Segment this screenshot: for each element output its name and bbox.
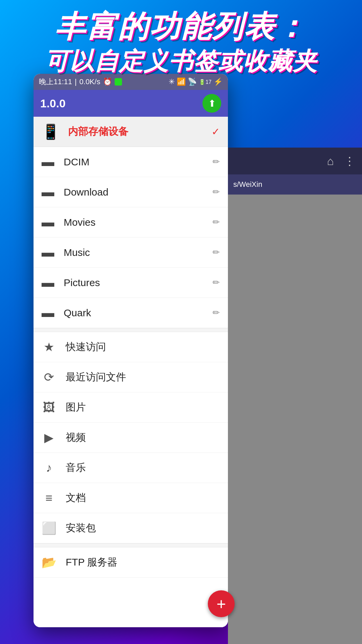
phone-frame: 晚上11:11 | 0.0K/s ⏰ ✳ 📶 📡 🔋17 ⚡ 1.0.0 ⬆ 📱…: [34, 74, 228, 627]
alarm-icon: ⏰: [103, 77, 112, 86]
storage-phone-icon: 📱: [42, 123, 60, 141]
folder-name-quark: Quark: [64, 307, 213, 319]
folder-icon: ▬: [42, 155, 54, 169]
folder-name-dcim: DCIM: [64, 156, 213, 168]
section-divider: [34, 328, 228, 332]
folder-name-music: Music: [64, 247, 213, 258]
ftp-icon: 📂: [42, 555, 56, 570]
more-icon[interactable]: ⋮: [344, 154, 355, 168]
folder-item-music[interactable]: ▬ Music ✏: [34, 237, 228, 268]
package-icon: ⬜: [42, 521, 56, 535]
menu-label-quickaccess: 快速访问: [66, 340, 106, 354]
folder-item-quark[interactable]: ▬ Quark ✏: [34, 298, 228, 328]
right-panel: ⌂ ⋮ s/WeiXin: [228, 148, 362, 644]
folder-icon: ▬: [42, 245, 54, 260]
menu-item-apk[interactable]: ⬜ 安装包: [34, 513, 228, 543]
home-icon[interactable]: ⌂: [327, 155, 334, 168]
star-icon: ★: [42, 340, 56, 354]
menu-item-quickaccess[interactable]: ★ 快速访问: [34, 332, 228, 362]
status-bar: 晚上11:11 | 0.0K/s ⏰ ✳ 📶 📡 🔋17 ⚡: [34, 74, 228, 90]
storage-item[interactable]: 📱 内部存储设备 ✓: [34, 117, 228, 147]
folder-section: ▬ DCIM ✏ ▬ Download ✏ ▬ Movies ✏ ▬ Music…: [34, 147, 228, 328]
battery-icon: 🔋17: [199, 79, 212, 85]
folder-item-download[interactable]: ▬ Download ✏: [34, 177, 228, 207]
banner-title: 丰富的功能列表：: [0, 10, 362, 43]
bluetooth-icon: ✳: [169, 77, 175, 86]
storage-label: 内部存储设备: [68, 125, 212, 139]
video-icon: ▶: [42, 431, 56, 445]
menu-label-music: 音乐: [66, 461, 86, 475]
section-divider-2: [34, 543, 228, 547]
folder-icon: ▬: [42, 275, 54, 290]
menu-label-docs: 文档: [66, 491, 86, 505]
folder-edit-icon-pictures[interactable]: ✏: [213, 277, 220, 288]
folder-edit-icon-dcim[interactable]: ✏: [213, 157, 220, 167]
folder-edit-icon-download[interactable]: ✏: [213, 187, 220, 197]
charging-icon: ⚡: [214, 77, 223, 86]
status-time: 晚上11:11: [39, 77, 72, 87]
menu-label-video: 视频: [66, 431, 86, 444]
folder-name-download: Download: [64, 186, 213, 198]
folder-icon: ▬: [42, 306, 54, 320]
menu-label-recent: 最近访问文件: [66, 370, 126, 384]
storage-check-icon: ✓: [212, 126, 220, 138]
folder-icon: ▬: [42, 215, 54, 229]
folder-item-dcim[interactable]: ▬ DCIM ✏: [34, 147, 228, 177]
path-bar: s/WeiXin: [228, 174, 362, 195]
menu-item-docs[interactable]: ≡ 文档: [34, 483, 228, 513]
app-bar: 1.0.0 ⬆: [34, 90, 228, 117]
signal-icon: 📶: [177, 77, 186, 86]
folder-icon: ▬: [42, 185, 54, 199]
share-icon: ⬆: [208, 98, 216, 109]
image-icon: 🖼: [42, 400, 56, 415]
folder-name-movies: Movies: [64, 217, 213, 228]
fab-plus-icon: +: [217, 595, 226, 613]
folder-edit-icon-movies[interactable]: ✏: [213, 217, 220, 227]
banner-subtitle: 可以自定义书签或收藏夹: [0, 47, 362, 75]
menu-label-images: 图片: [66, 400, 86, 414]
drawer: 📱 内部存储设备 ✓ ▬ DCIM ✏ ▬ Download ✏ ▬ Movie…: [34, 117, 228, 627]
menu-item-ftp[interactable]: 📂 FTP 服务器: [34, 547, 228, 578]
folder-item-pictures[interactable]: ▬ Pictures ✏: [34, 268, 228, 298]
wifi-icon: 📡: [188, 77, 197, 86]
green-dot-icon: [115, 78, 122, 86]
menu-label-apk: 安装包: [66, 521, 96, 535]
status-right: ✳ 📶 📡 🔋17 ⚡: [169, 77, 223, 86]
status-left: 晚上11:11 | 0.0K/s ⏰: [39, 77, 122, 87]
status-separator: |: [75, 77, 77, 86]
menu-label-ftp: FTP 服务器: [66, 555, 117, 569]
right-topbar: ⌂ ⋮: [228, 148, 362, 174]
history-icon: ⟳: [42, 370, 56, 384]
menu-item-music[interactable]: ♪ 音乐: [34, 453, 228, 483]
menu-item-images[interactable]: 🖼 图片: [34, 392, 228, 423]
status-speed: 0.0K/s: [79, 77, 100, 86]
folder-item-movies[interactable]: ▬ Movies ✏: [34, 207, 228, 237]
folder-edit-icon-music[interactable]: ✏: [213, 247, 220, 258]
banner: 丰富的功能列表： 可以自定义书签或收藏夹: [0, 10, 362, 75]
share-button[interactable]: ⬆: [202, 94, 221, 113]
menu-item-recent[interactable]: ⟳ 最近访问文件: [34, 362, 228, 392]
folder-edit-icon-quark[interactable]: ✏: [213, 308, 220, 318]
folder-name-pictures: Pictures: [64, 277, 213, 288]
fab-button[interactable]: +: [208, 590, 235, 617]
document-icon: ≡: [42, 491, 56, 505]
music-icon: ♪: [42, 461, 56, 475]
path-text: s/WeiXin: [233, 180, 262, 189]
menu-item-video[interactable]: ▶ 视频: [34, 423, 228, 453]
app-version: 1.0.0: [40, 97, 66, 110]
